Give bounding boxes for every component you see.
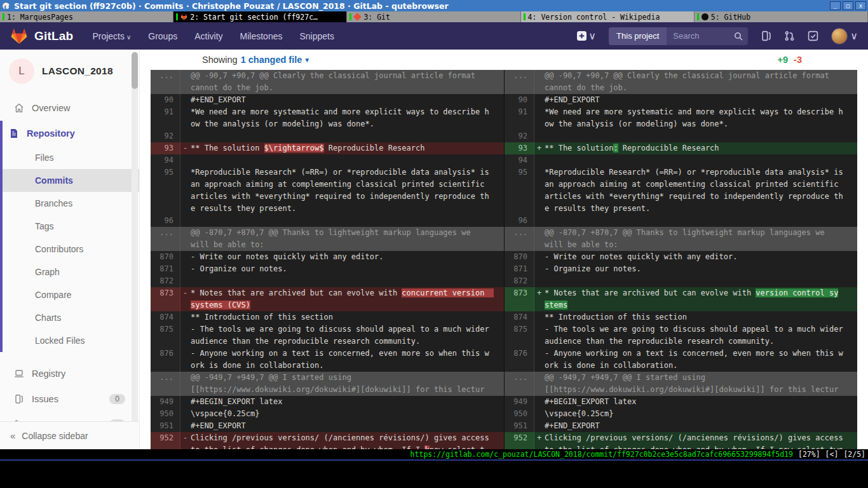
old-line-number[interactable]: 951	[151, 420, 180, 432]
sidebar-subitem-tags[interactable]: Tags	[3, 215, 139, 238]
old-line-number[interactable]: 873	[151, 287, 180, 311]
new-line-number[interactable]: 872	[505, 275, 534, 287]
old-line-number[interactable]: 876	[151, 348, 180, 372]
old-line-number[interactable]: 92	[151, 130, 180, 142]
search-scope-badge[interactable]: This project	[609, 27, 667, 45]
scrollbar-thumb[interactable]	[132, 52, 138, 89]
sidebar-item-issues[interactable]: Issues0	[3, 386, 139, 412]
diff-row-ctx: 9494	[151, 154, 857, 166]
new-line-number[interactable]: 870	[505, 251, 534, 263]
new-menu-button[interactable]: ∨	[577, 30, 596, 42]
top-nav-snippets[interactable]: Snippets	[299, 31, 334, 41]
context-line	[534, 275, 857, 287]
new-line-number[interactable]: 951	[505, 420, 534, 432]
top-nav-activity[interactable]: Activity	[194, 31, 222, 41]
new-line-number[interactable]: 93	[505, 142, 534, 154]
diff-row-ctx: 870- Write our notes quickly with any ed…	[151, 251, 857, 263]
new-line-number[interactable]: 874	[505, 311, 534, 323]
new-line-number[interactable]: 952	[505, 432, 534, 449]
old-line-number[interactable]: 874	[151, 311, 180, 323]
context-line	[534, 215, 857, 227]
sidebar-subitem-contributors[interactable]: Contributors	[3, 238, 139, 261]
new-line-number[interactable]: ...	[505, 70, 534, 94]
sidebar-subitem-locked-files[interactable]: Locked Files	[3, 329, 139, 352]
top-nav-groups[interactable]: Groups	[148, 31, 177, 41]
sidebar-subitem-compare[interactable]: Compare	[3, 283, 139, 306]
sidebar-item-label: Overview	[32, 103, 70, 113]
collapse-sidebar-button[interactable]: « Collapse sidebar	[0, 421, 139, 449]
old-line-number[interactable]: 95	[151, 166, 180, 215]
browser-tab[interactable]: 2: Start git section (ff927c…	[173, 11, 347, 22]
tab-bar: 1: MarquesPages2: Start git section (ff9…	[0, 11, 868, 22]
old-line-number[interactable]: 870	[151, 251, 180, 263]
sidebar-subitem-files[interactable]: Files	[3, 146, 139, 169]
diff-row-ctx: 90#+END_EXPORT90#+END_EXPORT	[151, 94, 857, 106]
top-nav-milestones[interactable]: Milestones	[240, 31, 283, 41]
diff-row-ctx: 95*Reproducible Research* (=RR=) or *rep…	[151, 166, 857, 215]
old-line-number[interactable]: 871	[151, 263, 180, 275]
sidebar-subitem-charts[interactable]: Charts	[3, 306, 139, 329]
document-icon	[9, 128, 19, 139]
sidebar-scrollbar[interactable]	[132, 52, 138, 446]
old-line-number[interactable]: 872	[151, 275, 180, 287]
old-line-number[interactable]: ...	[151, 70, 180, 94]
sidebar-item-repository[interactable]: Repository	[3, 121, 139, 146]
browser-tab[interactable]: 4: Version control - Wikipedia	[521, 11, 695, 22]
old-line-number[interactable]: 94	[151, 154, 180, 166]
additions-count: +9	[778, 55, 789, 65]
old-line-number[interactable]: 96	[151, 215, 180, 227]
tab-load-indicator	[349, 13, 351, 20]
new-line-number[interactable]: 876	[505, 348, 534, 372]
old-line-number[interactable]: ...	[151, 372, 180, 396]
old-line-number[interactable]: 93	[151, 142, 180, 154]
new-line-number[interactable]: 95	[505, 166, 534, 215]
old-line-number[interactable]: 950	[151, 408, 180, 420]
browser-tab[interactable]: 1: MarquesPages	[0, 11, 173, 22]
maximize-button[interactable]: □	[843, 1, 853, 10]
browser-tab[interactable]: 3: Git	[347, 11, 520, 22]
tab-indicator: [2/5]	[843, 450, 865, 459]
old-line-number[interactable]: ...	[151, 227, 180, 251]
sidebar-subitem-commits[interactable]: Commits	[3, 169, 139, 192]
changed-files-link[interactable]: 1 changed file	[241, 55, 302, 65]
new-line-number[interactable]: ...	[505, 227, 534, 251]
context-line: - The tools we are going to discuss shou…	[180, 323, 504, 348]
new-line-number[interactable]: 871	[505, 263, 534, 275]
new-line-number[interactable]: 949	[505, 396, 534, 408]
search-icon[interactable]	[734, 32, 743, 41]
old-line-number[interactable]: 952	[151, 432, 180, 449]
context-line: - Organize our notes.	[534, 263, 857, 275]
new-line-number[interactable]: 92	[505, 130, 534, 142]
new-line-number[interactable]: 950	[505, 408, 534, 420]
top-nav-projects[interactable]: Projects∨	[92, 31, 131, 41]
git-favicon	[354, 13, 362, 20]
old-line-number[interactable]: 875	[151, 323, 180, 348]
user-menu[interactable]: ∨	[831, 28, 858, 44]
new-line-number[interactable]: 91	[505, 106, 534, 130]
old-line-number[interactable]: 949	[151, 396, 180, 408]
new-line-number[interactable]: 94	[505, 154, 534, 166]
new-line-number[interactable]: 873	[505, 287, 534, 311]
browser-tab[interactable]: 5: GitHub	[695, 11, 868, 22]
diff-row-change: 952-Clicking /previous versions/ (/ancie…	[151, 432, 857, 449]
diff-row-hunk: ...@@ -870,7 +870,7 @@ Thanks to lightwe…	[151, 227, 857, 251]
sidebar-subitem-graph[interactable]: Graph	[3, 261, 139, 283]
close-button[interactable]: x	[855, 1, 866, 10]
old-line-number[interactable]: 91	[151, 106, 180, 130]
issues-icon[interactable]	[761, 30, 771, 41]
sidebar-item-overview[interactable]: Overview	[3, 95, 139, 121]
new-line-number[interactable]: 96	[505, 215, 534, 227]
new-line-number[interactable]: 90	[505, 94, 534, 106]
new-line-number[interactable]: ...	[505, 372, 534, 396]
minimize-button[interactable]: _	[830, 1, 841, 10]
sidebar-subitem-branches[interactable]: Branches	[3, 192, 139, 215]
merge-requests-icon[interactable]	[784, 30, 795, 41]
gitlab-brand[interactable]: GitLab	[10, 27, 73, 44]
context-line	[534, 154, 857, 166]
project-avatar: L	[9, 58, 34, 84]
todos-icon[interactable]	[808, 30, 818, 41]
project-header[interactable]: L LASCON_2018	[0, 50, 139, 90]
sidebar-item-registry[interactable]: Registry	[3, 361, 139, 386]
new-line-number[interactable]: 875	[505, 323, 534, 348]
old-line-number[interactable]: 90	[151, 94, 180, 106]
